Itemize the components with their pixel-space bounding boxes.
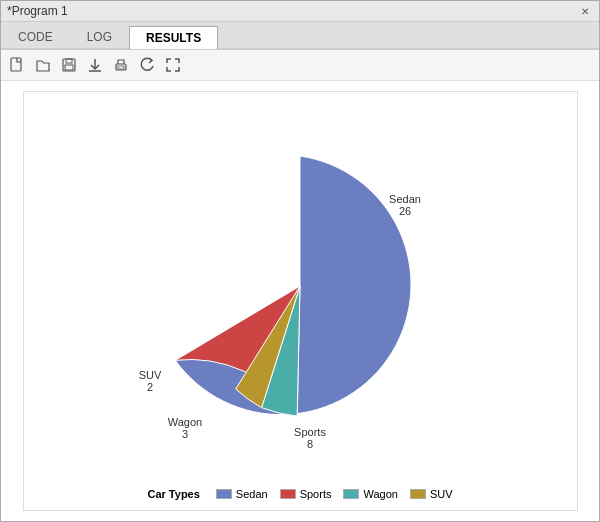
value-sedan: 26 — [399, 205, 411, 217]
refresh-icon[interactable] — [137, 55, 157, 75]
legend-item-sports: Sports — [280, 488, 332, 500]
toolbar — [1, 50, 599, 81]
legend-color-suv — [410, 489, 426, 499]
tab-log[interactable]: LOG — [70, 25, 129, 48]
download-icon[interactable] — [85, 55, 105, 75]
window-title: *Program 1 — [7, 4, 68, 18]
expand-icon[interactable] — [163, 55, 183, 75]
value-sports: 8 — [307, 438, 313, 450]
svg-rect-7 — [118, 66, 124, 69]
legend-item-wagon: Wagon — [343, 488, 397, 500]
legend-label-wagon: Wagon — [363, 488, 397, 500]
main-window: *Program 1 ✕ CODE LOG RESULTS — [0, 0, 600, 522]
tab-results[interactable]: RESULTS — [129, 26, 218, 49]
label-wagon: Wagon — [168, 416, 202, 428]
legend-label-sports: Sports — [300, 488, 332, 500]
value-suv: 2 — [147, 381, 153, 393]
label-suv: SUV — [139, 369, 162, 381]
close-button[interactable]: ✕ — [577, 5, 593, 18]
title-bar: *Program 1 ✕ — [1, 1, 599, 22]
pie-chart-svg: Sedan 26 Sports 8 Wagon 3 SUV 2 — [90, 131, 510, 451]
legend-title: Car Types — [147, 488, 199, 500]
label-sedan: Sedan — [389, 193, 421, 205]
tab-bar: CODE LOG RESULTS — [1, 22, 599, 50]
pie-chart-area: Sedan 26 Sports 8 Wagon 3 SUV 2 — [34, 102, 567, 480]
print-icon[interactable] — [111, 55, 131, 75]
open-icon[interactable] — [33, 55, 53, 75]
legend-item-suv: SUV — [410, 488, 453, 500]
legend-color-sedan — [216, 489, 232, 499]
new-icon[interactable] — [7, 55, 27, 75]
legend-item-sedan: Sedan — [216, 488, 268, 500]
tab-code[interactable]: CODE — [1, 25, 70, 48]
legend-label-sedan: Sedan — [236, 488, 268, 500]
legend-label-suv: SUV — [430, 488, 453, 500]
svg-rect-0 — [11, 58, 21, 71]
value-wagon: 3 — [182, 428, 188, 440]
content-area: Sedan 26 Sports 8 Wagon 3 SUV 2 Car Type… — [1, 81, 599, 521]
label-sports: Sports — [294, 426, 326, 438]
svg-rect-3 — [65, 65, 73, 70]
legend-color-sports — [280, 489, 296, 499]
save-icon[interactable] — [59, 55, 79, 75]
legend-color-wagon — [343, 489, 359, 499]
chart-container: Sedan 26 Sports 8 Wagon 3 SUV 2 Car Type… — [23, 91, 578, 511]
chart-legend: Car Types Sedan Sports Wagon SUV — [147, 488, 452, 500]
